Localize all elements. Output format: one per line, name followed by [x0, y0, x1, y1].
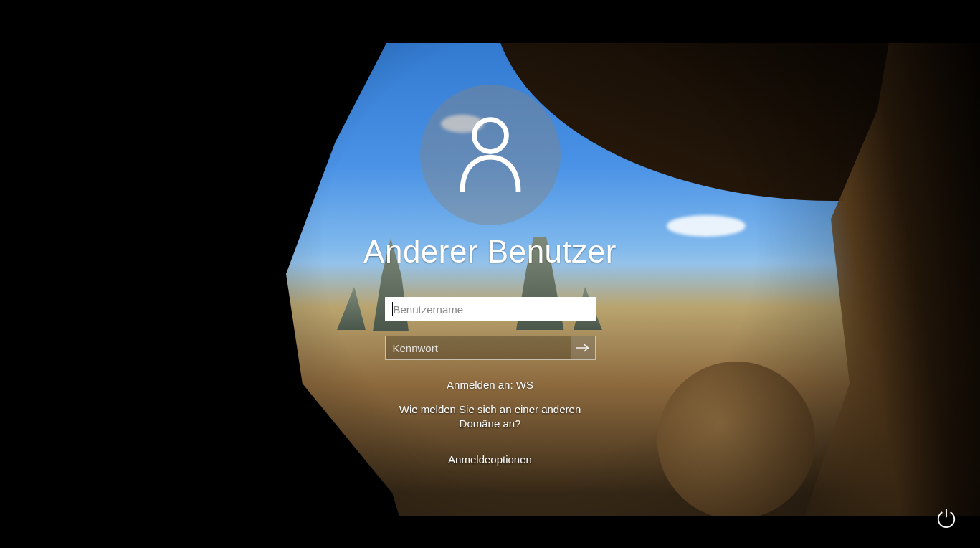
username-input[interactable]	[385, 297, 596, 321]
submit-button[interactable]	[571, 336, 595, 359]
signin-domain-label: Anmelden an: WS	[447, 379, 533, 391]
arrow-right-icon	[576, 342, 590, 354]
username-field-row	[385, 297, 596, 321]
login-panel: Anderer Benutzer Anmelden an: WS Wie mel…	[0, 85, 980, 466]
power-icon	[936, 508, 957, 529]
user-icon	[455, 116, 525, 194]
svg-point-0	[474, 120, 506, 152]
avatar	[420, 85, 561, 225]
password-field-row	[385, 336, 596, 360]
password-input[interactable]	[386, 336, 571, 359]
user-title: Anderer Benutzer	[363, 234, 617, 270]
other-domain-link[interactable]: Wie melden Sie sich an einer anderen Dom…	[383, 402, 598, 432]
cave-rock-decoration	[0, 516, 980, 548]
power-button[interactable]	[936, 508, 957, 529]
signin-options-link[interactable]: Anmeldeoptionen	[448, 453, 532, 466]
password-wrap	[385, 336, 596, 360]
